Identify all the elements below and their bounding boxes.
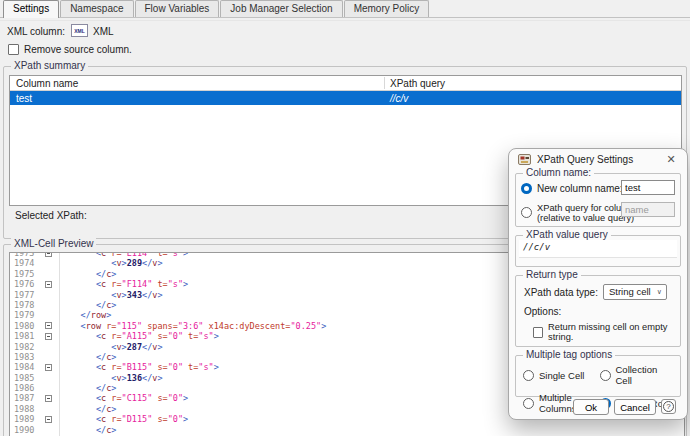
line-number: 1989 xyxy=(10,414,42,424)
column-header-query[interactable]: XPath query xyxy=(390,78,445,89)
tab-namespace[interactable]: Namespace xyxy=(60,0,133,17)
fold-slot xyxy=(42,395,55,402)
xml-column-label: XML column: xyxy=(7,26,65,37)
fold-slot xyxy=(42,252,55,257)
tab-flow-variables[interactable]: Flow Variables xyxy=(135,0,220,17)
radio-label: Collection Cell xyxy=(616,364,677,386)
cell-column-name: test xyxy=(16,93,32,104)
line-number: 1975 xyxy=(10,269,42,279)
xpath-column-name-input[interactable] xyxy=(621,202,675,217)
tab-memory-policy[interactable]: Memory Policy xyxy=(344,0,430,17)
fold-slot xyxy=(42,416,55,423)
remove-source-column-row: Remove source column. xyxy=(8,44,132,55)
code-line: 1990 </c> xyxy=(10,425,684,435)
missing-cell-checkbox[interactable] xyxy=(533,327,543,338)
column-name-group-title: Column name: xyxy=(523,167,594,178)
close-icon[interactable]: ✕ xyxy=(664,152,678,166)
fold-collapse-icon[interactable] xyxy=(45,333,52,340)
remove-source-checkbox[interactable] xyxy=(8,44,19,55)
line-number: 1980 xyxy=(10,321,42,331)
fold-collapse-icon[interactable] xyxy=(45,364,52,371)
new-column-name-label: New column name: xyxy=(537,183,623,194)
xml-type-icon: XML xyxy=(71,24,88,37)
line-number: 1983 xyxy=(10,352,42,362)
fold-slot xyxy=(42,281,55,288)
remove-source-label: Remove source column. xyxy=(24,44,132,55)
fold-collapse-icon[interactable] xyxy=(45,416,52,423)
line-number: 1979 xyxy=(10,310,42,320)
return-type-title: Return type xyxy=(523,269,581,280)
line-number: 1984 xyxy=(10,362,42,372)
line-number: 1974 xyxy=(10,258,42,268)
missing-cell-label: Return missing cell on empty string. xyxy=(548,322,680,342)
xml-column-row: XML column: XML XML xyxy=(0,20,690,40)
multiple-tag-options-group: Multiple tag options Single CellCollecti… xyxy=(515,355,681,397)
gutter-separator xyxy=(59,253,60,436)
fold-slot xyxy=(42,322,55,329)
xpath-value-query-input[interactable]: //c/v xyxy=(519,240,677,258)
line-number: 1985 xyxy=(10,373,42,383)
fold-collapse-icon[interactable] xyxy=(45,322,52,329)
xml-cell-preview-title: XML-Cell Preview xyxy=(11,238,96,249)
column-divider[interactable] xyxy=(384,77,385,89)
xpath-column-name-radio[interactable] xyxy=(521,207,532,218)
column-header-name[interactable]: Column name xyxy=(16,78,78,89)
new-column-name-row: New column name: xyxy=(521,183,623,194)
table-header[interactable]: Column name XPath query xyxy=(10,76,681,91)
line-number: 1988 xyxy=(10,404,42,414)
xpath-query-settings-dialog: XPath Query Settings ✕ Column name: New … xyxy=(508,148,688,420)
line-number: 1976 xyxy=(10,279,42,289)
xpath-node-settings-window: SettingsNamespaceFlow VariablesJob Manag… xyxy=(0,0,690,436)
tab-job-manager-selection[interactable]: Job Manager Selection xyxy=(220,0,342,17)
xpath-value-query-title: XPath value query xyxy=(523,229,611,240)
line-number: 1977 xyxy=(10,290,42,300)
dialog-titlebar[interactable]: XPath Query Settings ✕ xyxy=(509,149,687,169)
line-number: 1986 xyxy=(10,383,42,393)
ok-button[interactable]: Ok xyxy=(573,399,609,415)
cancel-button[interactable]: Cancel xyxy=(614,399,656,415)
tag-option-single-cell[interactable]: Single Cell xyxy=(523,364,600,386)
data-type-select[interactable]: String cell ∨ xyxy=(603,284,667,300)
help-icon: ? xyxy=(663,401,674,412)
xpath-node-icon xyxy=(518,153,531,166)
data-type-row: XPath data type: String cell ∨ xyxy=(524,284,667,300)
help-button[interactable]: ? xyxy=(661,399,676,414)
options-label: Options: xyxy=(524,306,561,317)
xpath-value-query-group: XPath value query //c/v xyxy=(515,235,681,267)
line-number: 1981 xyxy=(10,331,42,341)
line-number: 1978 xyxy=(10,300,42,310)
fold-collapse-icon[interactable] xyxy=(45,252,52,257)
new-column-name-input[interactable] xyxy=(621,180,675,195)
fold-slot xyxy=(42,364,55,371)
data-type-label: XPath data type: xyxy=(524,287,598,298)
xpath-summary-title: XPath summary xyxy=(11,60,88,71)
column-name-group: Column name: New column name: XPath quer… xyxy=(515,173,681,227)
radio-icon[interactable] xyxy=(523,398,534,409)
table-body: test//c/v xyxy=(10,91,681,105)
line-number: 1987 xyxy=(10,393,42,403)
xml-column-value[interactable]: XML xyxy=(93,26,114,37)
fold-slot xyxy=(42,333,55,340)
tab-bar: SettingsNamespaceFlow VariablesJob Manag… xyxy=(0,0,690,18)
line-number: 1990 xyxy=(10,425,42,435)
line-number: 1982 xyxy=(10,342,42,352)
missing-cell-row: Return missing cell on empty string. xyxy=(533,322,680,342)
selected-xpath-label: Selected XPath: xyxy=(15,210,87,221)
fold-collapse-icon[interactable] xyxy=(45,395,52,402)
tag-option-collection-cell[interactable]: Collection Cell xyxy=(600,364,677,386)
radio-icon[interactable] xyxy=(523,370,534,381)
return-type-group: Return type XPath data type: String cell… xyxy=(515,275,681,347)
cell-xpath-query: //c/v xyxy=(390,93,408,104)
fold-collapse-icon[interactable] xyxy=(45,281,52,288)
tab-settings[interactable]: Settings xyxy=(3,0,59,18)
dialog-title: XPath Query Settings xyxy=(537,154,633,165)
new-column-name-radio[interactable] xyxy=(521,183,532,194)
radio-icon[interactable] xyxy=(600,370,611,381)
table-row[interactable]: test//c/v xyxy=(10,91,681,105)
code-text: </c> xyxy=(55,425,684,435)
chevron-down-icon: ∨ xyxy=(657,288,662,296)
radio-label: Single Cell xyxy=(539,370,584,381)
multiple-tag-options-title: Multiple tag options xyxy=(523,349,615,360)
